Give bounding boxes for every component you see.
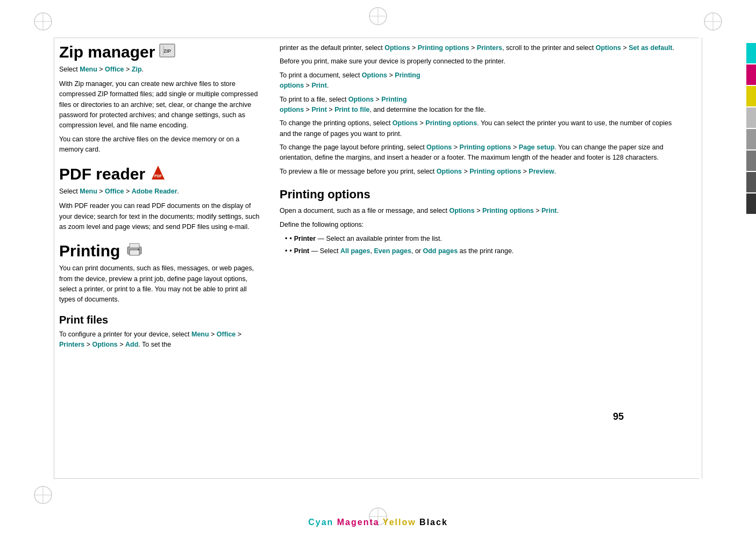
print-files-section: Print files To configure a printer for y… — [59, 314, 263, 350]
printing-options-section: Printing options Open a document, such a… — [280, 188, 683, 256]
zip-body1: With Zip manager, you can create new arc… — [59, 79, 263, 131]
bullet-print: • Print — Select All pages, Even pages, … — [285, 246, 683, 256]
svg-rect-22 — [130, 243, 139, 248]
color-tab-cyan — [746, 43, 756, 63]
color-tab-gray5 — [746, 193, 756, 214]
page-number: 95 — [613, 411, 624, 422]
pdf-body1: With PDF reader you can read PDF documen… — [59, 201, 263, 232]
color-tab-gray3 — [746, 150, 756, 171]
svg-rect-21 — [130, 250, 139, 255]
reg-mark-top-right — [702, 11, 724, 32]
cmyk-cyan: Cyan — [308, 518, 333, 527]
color-tab-gray4 — [746, 172, 756, 192]
svg-text:PDF: PDF — [154, 174, 162, 178]
pdf-reader-section: PDF reader PDF Select Menu > Office > Ad… — [59, 164, 263, 232]
left-column: Zip manager ZIP Select Menu > Office > Z… — [59, 43, 263, 484]
right-para1: printer as the default printer, select O… — [280, 43, 683, 53]
color-tab-gray2 — [746, 129, 756, 149]
cmyk-bar: Cyan Magenta Yellow Black — [0, 518, 756, 527]
zip-manager-title-text: Zip manager — [59, 43, 155, 61]
reg-mark-bottom-left — [32, 484, 54, 506]
cmyk-yellow: Yellow — [383, 518, 416, 527]
bullet-printer: • Printer — Select an available printer … — [285, 233, 683, 244]
zip-icon: ZIP — [159, 43, 175, 61]
cmyk-black: Black — [419, 518, 448, 527]
right-para5: To change the printing options, select O… — [280, 118, 683, 139]
printing-options-title: Printing options — [280, 188, 683, 202]
printing-title: Printing — [59, 242, 263, 260]
print-files-title: Print files — [59, 314, 263, 326]
printing-options-intro: Open a document, such as a file or messa… — [280, 206, 683, 216]
pdf-reader-title-text: PDF reader — [59, 165, 145, 183]
pdf-reader-title: PDF reader PDF — [59, 164, 263, 183]
zip-select-line: Select Menu > Office > Zip. — [59, 64, 263, 75]
svg-text:ZIP: ZIP — [163, 48, 171, 54]
color-tab-yellow — [746, 86, 756, 106]
reg-mark-top-center — [367, 5, 389, 27]
top-border-line — [54, 38, 699, 38]
right-para7: To preview a file or message before you … — [280, 167, 683, 177]
zip-body2: You can store the archive files on the d… — [59, 134, 263, 155]
right-para4: To print to a file, select Options > Pri… — [280, 95, 683, 116]
right-para6: To change the page layout before printin… — [280, 142, 683, 163]
pdf-select-line: Select Menu > Office > Adobe Reader. — [59, 186, 263, 197]
zip-manager-section: Zip manager ZIP Select Menu > Office > Z… — [59, 43, 263, 155]
print-icon — [126, 242, 142, 260]
right-column: printer as the default printer, select O… — [280, 43, 683, 484]
cmyk-magenta: Magenta — [337, 518, 380, 527]
print-files-para1: To configure a printer for your device, … — [59, 329, 263, 350]
left-border-line — [54, 38, 54, 478]
right-border-line — [702, 38, 702, 478]
printing-options-define: Define the following options: — [280, 220, 683, 230]
right-para3: To print a document, select Options > Pr… — [280, 70, 683, 91]
color-tab-magenta — [746, 64, 756, 85]
right-para2: Before you print, make sure your device … — [280, 56, 683, 67]
printing-section: Printing You can print documents, such a… — [59, 242, 263, 305]
color-tabs — [746, 43, 756, 214]
color-tab-gray1 — [746, 107, 756, 128]
svg-point-23 — [138, 249, 140, 250]
zip-manager-title: Zip manager ZIP — [59, 43, 263, 61]
pdf-icon: PDF — [152, 164, 165, 183]
printing-title-text: Printing — [59, 242, 120, 260]
content-area: Zip manager ZIP Select Menu > Office > Z… — [59, 43, 683, 484]
printing-options-list: • Printer — Select an available printer … — [280, 233, 683, 256]
printing-body1: You can print documents, such as files, … — [59, 263, 263, 305]
reg-mark-top-left — [32, 11, 54, 32]
